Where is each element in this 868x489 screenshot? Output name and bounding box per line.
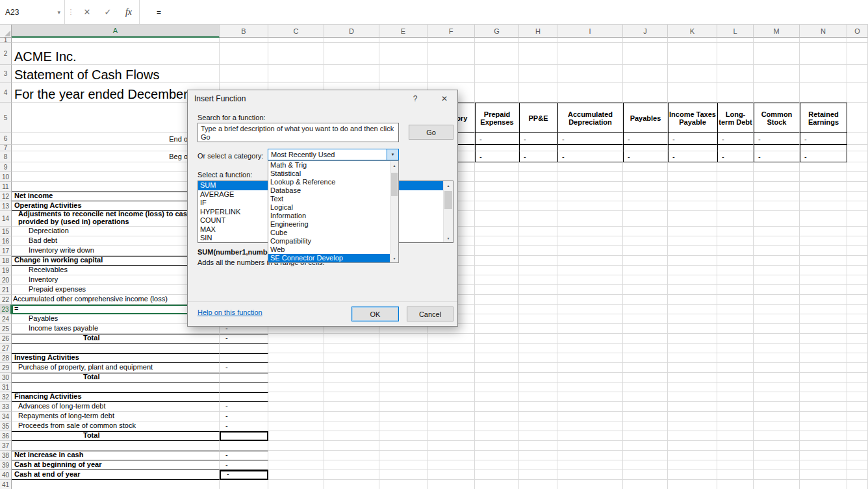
cell-H24[interactable]	[519, 314, 557, 324]
cell-I22[interactable]	[557, 295, 623, 305]
cell-I39[interactable]	[557, 460, 623, 470]
cell-H3[interactable]	[519, 65, 557, 83]
cell-B30[interactable]	[220, 373, 268, 382]
category-option[interactable]: Compatibility	[268, 237, 390, 245]
row-header-8[interactable]: 8	[0, 151, 12, 162]
cell-H2[interactable]	[519, 43, 557, 65]
cell-O10[interactable]	[847, 172, 868, 182]
cell-K6[interactable]: -	[668, 133, 717, 145]
cell-N20[interactable]	[800, 275, 847, 285]
cell-O7[interactable]	[847, 145, 868, 151]
cell-M32[interactable]	[754, 392, 800, 402]
cell-N19[interactable]	[800, 266, 847, 275]
cell-E35[interactable]	[379, 421, 428, 431]
row-header-30[interactable]: 30	[0, 373, 12, 382]
cell-L11[interactable]	[717, 182, 754, 192]
cell-I14[interactable]	[557, 211, 623, 227]
cell-C41[interactable]	[268, 480, 324, 489]
cell-I3[interactable]	[557, 65, 623, 83]
cell-M17[interactable]	[754, 246, 800, 256]
cell-F31[interactable]	[428, 382, 475, 392]
cell-I40[interactable]	[557, 470, 623, 480]
cell-B2[interactable]	[220, 43, 268, 65]
cell-K41[interactable]	[668, 480, 717, 489]
cell-L26[interactable]	[717, 334, 754, 344]
cell-M3[interactable]	[754, 65, 800, 83]
cell-E38[interactable]	[379, 451, 428, 460]
cell-A30[interactable]: Total	[12, 373, 220, 382]
cell-O38[interactable]	[847, 451, 868, 460]
cell-G40[interactable]	[475, 470, 519, 480]
cell-L12[interactable]	[717, 192, 754, 201]
cell-J24[interactable]	[623, 314, 668, 324]
cell-B31[interactable]	[220, 382, 268, 392]
cell-B39[interactable]: -	[220, 460, 268, 470]
cell-J8[interactable]: -	[623, 151, 668, 162]
cell-N40[interactable]	[800, 470, 847, 480]
cell-M10[interactable]	[754, 172, 800, 182]
cell-K35[interactable]	[668, 421, 717, 431]
go-button[interactable]: Go	[409, 125, 453, 140]
cell-A32[interactable]: Financing Activities	[12, 392, 220, 402]
row-header-13[interactable]: 13	[0, 201, 12, 211]
cell-C33[interactable]	[268, 402, 324, 412]
cell-N37[interactable]	[800, 441, 847, 451]
help-link[interactable]: Help on this function	[198, 308, 262, 316]
cell-M34[interactable]	[754, 412, 800, 421]
cell-K5[interactable]: Income Taxes Payable	[668, 103, 717, 133]
cell-N38[interactable]	[800, 451, 847, 460]
cell-G28[interactable]	[475, 353, 519, 363]
cell-L33[interactable]	[717, 402, 754, 412]
cell-F28[interactable]	[428, 353, 475, 363]
cell-N28[interactable]	[800, 353, 847, 363]
cell-O33[interactable]	[847, 402, 868, 412]
cell-B37[interactable]	[220, 441, 268, 451]
cell-M40[interactable]	[754, 470, 800, 480]
cell-I34[interactable]	[557, 412, 623, 421]
cell-H11[interactable]	[519, 182, 557, 192]
cell-O22[interactable]	[847, 295, 868, 305]
cell-F27[interactable]	[428, 344, 475, 353]
cell-J1[interactable]	[623, 38, 668, 43]
cell-O32[interactable]	[847, 392, 868, 402]
category-dropdown[interactable]: Most Recently Used ▼	[268, 149, 399, 160]
cell-F37[interactable]	[428, 441, 475, 451]
cell-K24[interactable]	[668, 314, 717, 324]
row-header-11[interactable]: 11	[0, 182, 12, 192]
cell-M5[interactable]: Common Stock	[754, 103, 800, 133]
cell-C38[interactable]	[268, 451, 324, 460]
cell-L6[interactable]: -	[717, 133, 754, 145]
cell-L36[interactable]	[717, 431, 754, 441]
row-header-12[interactable]: 12	[0, 192, 12, 201]
cell-E31[interactable]	[379, 382, 428, 392]
search-function-input[interactable]: Type a brief description of what you wan…	[198, 123, 399, 142]
cell-O5[interactable]	[847, 103, 868, 133]
column-header-L[interactable]: L	[717, 25, 754, 38]
cell-B41[interactable]	[220, 480, 268, 489]
cell-D41[interactable]	[324, 480, 379, 489]
cell-O19[interactable]	[847, 266, 868, 275]
cell-K25[interactable]	[668, 324, 717, 334]
cell-G12[interactable]	[475, 192, 519, 201]
cell-L15[interactable]	[717, 227, 754, 236]
cell-G19[interactable]	[475, 266, 519, 275]
cell-D26[interactable]	[324, 334, 379, 344]
confirm-entry-icon[interactable]: ✓	[97, 0, 118, 24]
row-header-38[interactable]: 38	[0, 451, 12, 460]
cell-J3[interactable]	[623, 65, 668, 83]
column-header-K[interactable]: K	[668, 25, 717, 38]
cell-F38[interactable]	[428, 451, 475, 460]
cell-J11[interactable]	[623, 182, 668, 192]
cell-N17[interactable]	[800, 246, 847, 256]
cell-N18[interactable]	[800, 256, 847, 266]
scroll-down-icon[interactable]: ▼	[444, 234, 453, 242]
row-header-35[interactable]: 35	[0, 421, 12, 431]
cell-G6[interactable]: -	[475, 133, 519, 145]
cell-M1[interactable]	[754, 38, 800, 43]
cell-O8[interactable]	[847, 151, 868, 162]
name-box[interactable]: A23 ▾	[0, 0, 65, 24]
cell-D33[interactable]	[324, 402, 379, 412]
cell-C32[interactable]	[268, 392, 324, 402]
cell-E37[interactable]	[379, 441, 428, 451]
cell-O1[interactable]	[847, 38, 868, 43]
